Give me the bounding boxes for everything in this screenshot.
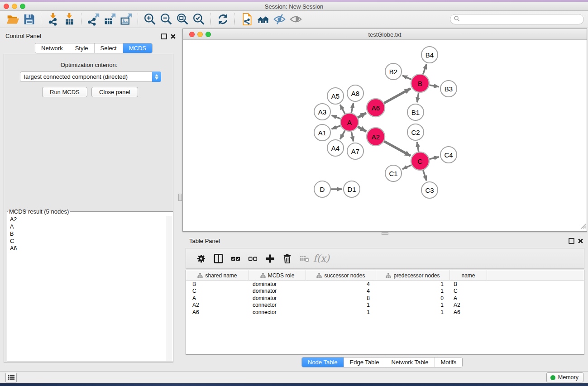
import-network-button[interactable] <box>45 12 61 27</box>
column-header-shared-name[interactable]: shared name <box>186 270 249 281</box>
table-cell[interactable]: 1 <box>376 288 450 294</box>
search-input[interactable] <box>462 16 575 23</box>
resize-grip-icon[interactable] <box>580 223 586 231</box>
table-cell[interactable]: 1 <box>376 302 450 308</box>
task-history-button[interactable] <box>5 373 17 382</box>
table-cell[interactable]: 4 <box>306 281 376 287</box>
run-mcds-button[interactable]: Run MCDS <box>42 87 87 97</box>
table-cell[interactable]: A <box>186 295 249 301</box>
table-cell[interactable]: connector <box>249 302 306 308</box>
table-cell[interactable]: 4 <box>306 288 376 294</box>
mcds-result-item[interactable]: A6 <box>8 245 167 252</box>
table-row[interactable]: A6connector11A6 <box>186 309 584 316</box>
split-columns-button[interactable] <box>210 250 227 267</box>
graph-edge-C-C1[interactable] <box>402 165 411 169</box>
settings-button[interactable] <box>192 250 210 267</box>
select-all-button[interactable] <box>227 250 244 267</box>
table-cell[interactable]: 1 <box>376 281 450 287</box>
graph-edge-B-B4[interactable] <box>423 64 426 74</box>
column-header-MCDS-role[interactable]: MCDS role <box>249 270 306 281</box>
export-image-button[interactable] <box>118 12 134 27</box>
tab-network-table[interactable]: Network Table <box>385 357 434 367</box>
memory-button[interactable]: Memory <box>546 372 583 382</box>
open-file-button[interactable] <box>5 12 21 27</box>
criterion-dropdown[interactable]: largest connected component (directed) <box>20 71 161 82</box>
deselect-all-button[interactable] <box>244 250 261 267</box>
network-graph[interactable]: AA1A2A3A4A5A6A7A8BB1B2B3B4CC1C2C3C4DD1 <box>183 40 587 231</box>
close-panel-button[interactable]: Close panel <box>91 87 138 97</box>
result-scrollbar[interactable] <box>167 216 172 361</box>
table-row[interactable]: A2connector11A2 <box>186 302 584 309</box>
table-cell[interactable]: A <box>450 295 487 301</box>
tab-edge-table[interactable]: Edge Table <box>344 357 385 367</box>
graph-edge-A-A4[interactable] <box>340 130 345 139</box>
tab-network[interactable]: Network <box>35 43 69 53</box>
table-cell[interactable]: 1 <box>376 309 450 315</box>
table-cell[interactable]: C <box>186 288 249 294</box>
table-cell[interactable]: A6 <box>186 309 249 315</box>
graph-edge-A6-B[interactable] <box>384 89 411 103</box>
graph-edge-B-B3[interactable] <box>430 85 439 87</box>
tab-mcds[interactable]: MCDS <box>123 43 152 53</box>
mcds-result-item[interactable]: B <box>8 230 167 238</box>
table-cell[interactable]: 1 <box>306 309 376 315</box>
import-table-button[interactable] <box>61 12 77 27</box>
table-row[interactable]: Bdominator41B <box>186 281 584 288</box>
table-cell[interactable]: C <box>450 288 487 294</box>
search-field[interactable] <box>450 14 584 24</box>
home-button[interactable] <box>255 12 271 27</box>
graph-edge-C-C3[interactable] <box>423 170 427 181</box>
table-row[interactable]: Cdominator41C <box>186 288 584 295</box>
function-builder-button[interactable]: f(x) <box>313 250 330 267</box>
close-panel-icon[interactable] <box>170 33 176 39</box>
graph-edge-A-A6[interactable] <box>358 113 366 118</box>
apply-layout-button[interactable] <box>215 12 231 27</box>
graph-edge-A-A1[interactable] <box>332 126 341 129</box>
vertical-splitter-handle[interactable] <box>178 194 182 201</box>
show-details-button[interactable] <box>287 12 304 27</box>
tab-style[interactable]: Style <box>69 43 94 53</box>
float-panel-icon[interactable] <box>161 33 167 39</box>
graph-edge-A2-C[interactable] <box>384 141 411 156</box>
table-row[interactable]: Adominator80A <box>186 295 584 302</box>
table-cell[interactable]: 1 <box>306 302 376 308</box>
graph-edge-A-A2[interactable] <box>358 127 366 131</box>
float-table-panel-icon[interactable] <box>569 238 574 243</box>
export-table-button[interactable] <box>101 12 118 27</box>
graph-edge-A-A5[interactable] <box>340 105 345 114</box>
table-cell[interactable]: B <box>186 281 249 287</box>
mcds-result-item[interactable]: C <box>8 238 167 245</box>
save-session-button[interactable] <box>21 12 37 27</box>
destroy-table-button[interactable] <box>296 250 313 267</box>
tab-select[interactable]: Select <box>94 43 123 53</box>
table-cell[interactable]: dominator <box>249 288 306 294</box>
table-cell[interactable]: 0 <box>376 295 450 301</box>
graph-edge-B-B2[interactable] <box>402 76 411 80</box>
table-cell[interactable]: dominator <box>249 281 306 287</box>
table-cell[interactable]: B <box>450 281 487 287</box>
network-document-button[interactable] <box>239 12 255 27</box>
table-cell[interactable]: A2 <box>450 302 487 308</box>
graph-edge-C-C2[interactable] <box>417 142 418 152</box>
table-cell[interactable]: connector <box>249 309 306 315</box>
zoom-selected-button[interactable] <box>191 12 207 27</box>
zoom-in-button[interactable] <box>142 12 158 27</box>
mcds-result-item[interactable]: A2 <box>8 216 167 223</box>
column-header-successor-nodes[interactable]: successor nodes <box>306 270 376 281</box>
table-cell[interactable]: A2 <box>186 302 249 308</box>
column-header-name[interactable]: name <box>450 270 487 281</box>
table-cell[interactable]: 8 <box>306 295 376 301</box>
add-column-button[interactable] <box>261 250 278 267</box>
graph-edge-A-A7[interactable] <box>351 132 353 142</box>
graph-edge-A-A3[interactable] <box>332 115 341 119</box>
export-network-button[interactable] <box>85 12 101 27</box>
tab-motifs[interactable]: Motifs <box>435 357 463 367</box>
column-header-predecessor-nodes[interactable]: predecessor nodes <box>376 270 450 281</box>
table-cell[interactable]: A6 <box>450 309 487 315</box>
graph-edge-C-C4[interactable] <box>429 157 439 159</box>
close-table-panel-icon[interactable] <box>578 238 583 243</box>
delete-column-button[interactable] <box>278 250 296 267</box>
graph-edge-A-A8[interactable] <box>351 103 353 113</box>
tab-node-table[interactable]: Node Table <box>302 357 344 367</box>
zoom-fit-button[interactable] <box>174 12 191 27</box>
